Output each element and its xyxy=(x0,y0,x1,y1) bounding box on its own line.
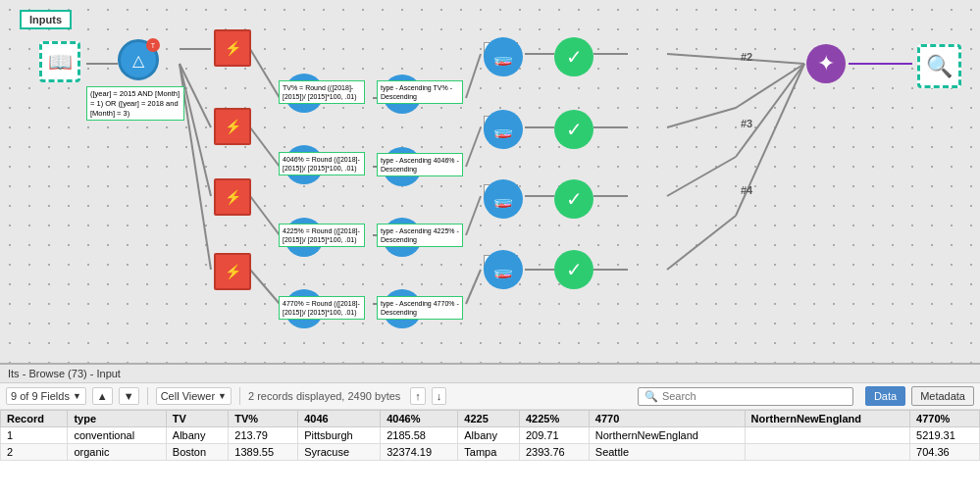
tube-node-4[interactable]: 🧫 xyxy=(484,250,523,289)
table-cell: Albany xyxy=(458,427,520,444)
hash4-label: #4 xyxy=(741,184,752,196)
table-cell: Albany xyxy=(166,427,228,444)
workflow-canvas[interactable]: Inputs 📖 △ T ([year] = 2015 AND [Month] … xyxy=(0,0,980,363)
table-cell: 213.79 xyxy=(229,427,298,444)
browse-header-text: Its - Browse (73) - Input xyxy=(8,368,121,379)
table-cell: 704.36 xyxy=(910,444,980,461)
col-4046[interactable]: 4046 xyxy=(298,411,381,427)
col-4770-pct[interactable]: 4770% xyxy=(910,411,980,427)
cell-viewer-button[interactable]: Cell Viewer ▼ xyxy=(156,387,232,405)
metadata-tab[interactable]: Metadata xyxy=(911,386,974,406)
check-node-1[interactable]: ✓ xyxy=(554,37,593,76)
table-cell: 2 xyxy=(1,444,68,461)
table-cell: Seattle xyxy=(589,444,745,461)
table-row: 2organicBoston1389.55Syracuse32374.19Tam… xyxy=(1,444,980,461)
table-cell: 32374.19 xyxy=(381,444,458,461)
col-4770[interactable]: 4770 xyxy=(589,411,745,427)
table-cell: Pittsburgh xyxy=(298,427,381,444)
fields-label: 9 of 9 Fields xyxy=(11,390,70,402)
round-4225-label: 4225% = Round (([2018]-[2015])/ [2015]*1… xyxy=(279,224,365,247)
table-cell: 1 xyxy=(1,427,68,444)
sort-up-button[interactable]: ↑ xyxy=(410,387,426,405)
svg-line-30 xyxy=(736,64,804,108)
data-tab[interactable]: Data xyxy=(865,386,905,406)
svg-line-16 xyxy=(667,108,736,127)
check-node-4[interactable]: ✓ xyxy=(554,250,593,289)
col-4225[interactable]: 4225 xyxy=(458,411,520,427)
col-record[interactable]: Record xyxy=(1,411,68,427)
data-table-wrapper: Record type TV TV% 4046 4046% 4225 4225%… xyxy=(0,410,980,478)
red-box-1[interactable]: ⚡ xyxy=(214,29,251,67)
red-box-3[interactable]: ⚡ xyxy=(214,178,251,216)
search-box[interactable]: 🔍 xyxy=(638,387,853,406)
records-info: 2 records displayed, 2490 bytes xyxy=(248,390,400,402)
bottom-panel: Its - Browse (73) - Input 9 of 9 Fields … xyxy=(0,363,980,499)
col-tv-pct[interactable]: TV% xyxy=(229,411,298,427)
input-node[interactable]: 📖 xyxy=(39,41,80,82)
svg-line-28 xyxy=(667,216,736,270)
col-4225-pct[interactable]: 4225% xyxy=(519,411,589,427)
col-type[interactable]: type xyxy=(68,411,166,427)
table-cell: 5219.31 xyxy=(910,427,980,444)
type-4046-label: type - Ascending 4046% - Descending xyxy=(377,153,463,176)
search-input[interactable] xyxy=(662,390,844,402)
svg-line-10 xyxy=(667,54,736,59)
round-4046-label: 4046% = Round (([2018]-[2015])/ [2015]*1… xyxy=(279,152,365,175)
check-node-3[interactable]: ✓ xyxy=(554,179,593,219)
check-node-2[interactable]: ✓ xyxy=(554,110,593,149)
search-icon: 🔍 xyxy=(645,390,658,403)
col-nne[interactable]: NorthernNewEngland xyxy=(745,411,910,427)
red-box-4[interactable]: ⚡ xyxy=(214,253,251,290)
cell-viewer-label: Cell Viewer xyxy=(161,390,215,402)
tube-node-3[interactable]: 🧫 xyxy=(484,179,523,219)
table-cell: Syracuse xyxy=(298,444,381,461)
table-cell: Tampa xyxy=(458,444,520,461)
table-cell: 209.71 xyxy=(519,427,589,444)
down-sort-button[interactable]: ▼ xyxy=(119,387,139,405)
tube-node-2[interactable]: 🧫 xyxy=(484,110,523,149)
union-node[interactable]: ✦ xyxy=(806,44,846,83)
output-node[interactable]: 🔍 xyxy=(917,44,961,88)
table-row: 1conventionalAlbany213.79Pittsburgh2185.… xyxy=(1,427,980,444)
tube-node-1[interactable]: 🧫 xyxy=(484,37,523,76)
inputs-label: Inputs xyxy=(20,10,72,29)
up-sort-button[interactable]: ▲ xyxy=(92,387,113,405)
table-cell: Boston xyxy=(166,444,228,461)
filter-formula-label: ([year] = 2015 AND [Month] = 1) OR ([yea… xyxy=(86,86,184,121)
svg-line-17 xyxy=(250,196,280,235)
svg-line-31 xyxy=(736,64,804,157)
hash2-label: #2 xyxy=(741,51,752,63)
cell-viewer-down-icon: ▼ xyxy=(218,391,227,401)
svg-line-3 xyxy=(180,64,211,196)
formula-node-1[interactable]: △ T xyxy=(118,39,159,80)
table-cell: NorthernNewEngland xyxy=(589,427,745,444)
type-4225-label: type - Ascending 4225% - Descending xyxy=(377,224,463,247)
red-box-2[interactable]: ⚡ xyxy=(214,108,251,145)
table-cell xyxy=(745,444,910,461)
table-cell: 1389.55 xyxy=(229,444,298,461)
col-4046-pct[interactable]: 4046% xyxy=(381,411,458,427)
separator-1 xyxy=(147,387,148,405)
table-cell: 2393.76 xyxy=(519,444,589,461)
svg-line-5 xyxy=(250,49,280,98)
round-4770-label: 4770% = Round (([2018]-[2015])/ [2015]*1… xyxy=(279,296,365,320)
table-cell: conventional xyxy=(68,427,166,444)
table-cell: 2185.58 xyxy=(381,427,458,444)
svg-line-19 xyxy=(466,196,481,235)
type-4770-label: type - Ascending 4770% - Descending xyxy=(377,296,463,320)
svg-line-22 xyxy=(667,157,736,196)
browse-header: Its - Browse (73) - Input xyxy=(0,365,980,383)
data-table: Record type TV TV% 4046 4046% 4225 4225%… xyxy=(0,410,980,461)
svg-line-25 xyxy=(466,270,481,304)
fields-selector[interactable]: 9 of 9 Fields ▼ xyxy=(6,387,86,405)
col-tv[interactable]: TV xyxy=(166,411,228,427)
hash3-label: #3 xyxy=(741,118,752,129)
svg-line-11 xyxy=(250,127,280,167)
type-tv-label: type - Ascending TV% - Descending xyxy=(377,80,463,104)
sort-down-button[interactable]: ↓ xyxy=(432,387,447,405)
table-cell: organic xyxy=(68,444,166,461)
toolbar: 9 of 9 Fields ▼ ▲ ▼ Cell Viewer ▼ 2 reco… xyxy=(0,383,980,410)
svg-line-23 xyxy=(250,270,280,304)
table-cell xyxy=(745,427,910,444)
separator-2 xyxy=(239,387,240,405)
